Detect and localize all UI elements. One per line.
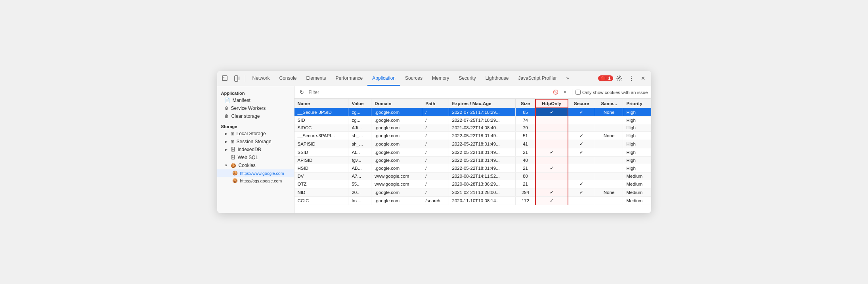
cell-expires: 2021-02-21T13:28:00...	[449, 188, 516, 197]
top-toolbar: Network Console Elements Performance App…	[217, 71, 651, 86]
cell-expires: 2022-07-25T17:18:29...	[449, 117, 516, 124]
cell-path: /	[422, 180, 449, 188]
cell-expires: 2020-08-22T14:11:52...	[449, 173, 516, 180]
sidebar-item-clear-storage[interactable]: 🗑 Clear storage	[217, 112, 294, 120]
show-issues-checkbox-label[interactable]: Only show cookies with an issue	[575, 90, 648, 95]
cell-path: /	[422, 188, 449, 197]
cell-value: sh_...	[348, 140, 371, 148]
cell-name: DV	[294, 173, 348, 180]
table-row[interactable]: APISIDfgv....google.com/2022-05-22T18:01…	[294, 157, 651, 164]
cell-samesite	[595, 173, 623, 180]
cell-domain: .google.com	[371, 117, 422, 124]
tab-lighthouse[interactable]: Lighthouse	[481, 71, 514, 86]
cell-expires: 2022-05-22T18:01:49...	[449, 140, 516, 148]
cell-size: 41	[516, 140, 535, 148]
cell-secure: ✓	[568, 132, 595, 140]
cell-httponly: ✓	[535, 148, 568, 157]
close-devtools-button[interactable]: ✕	[638, 73, 649, 84]
cell-path: /	[422, 108, 449, 117]
cell-samesite: None	[595, 188, 623, 197]
cell-size: 21	[516, 148, 535, 157]
tab-application[interactable]: Application	[367, 71, 400, 86]
indexeddb-icon: 🗄	[231, 147, 235, 152]
table-row[interactable]: SSIDAt....google.com/2022-05-22T18:01:49…	[294, 148, 651, 157]
table-row[interactable]: CGIClnx....google.com/search2020-11-10T1…	[294, 197, 651, 205]
sidebar-item-local-storage[interactable]: ▶ ⊞ Local Storage	[217, 130, 294, 138]
cell-value: At...	[348, 148, 371, 157]
cell-samesite	[595, 157, 623, 164]
tab-more[interactable]: »	[562, 71, 574, 86]
cell-secure	[568, 164, 595, 173]
cell-expires: 2022-07-25T17:18:29...	[449, 108, 516, 117]
sidebar-item-session-storage[interactable]: ▶ ⊞ Session Storage	[217, 138, 294, 146]
sidebar-item-manifest[interactable]: 📄 Manifest	[217, 96, 294, 104]
table-row[interactable]: SIDzg....google.com/2022-07-25T17:18:29.…	[294, 117, 651, 124]
cell-value: fgv...	[348, 157, 371, 164]
table-header-row: Name Value Domain Path Expires / Max-Age…	[294, 99, 651, 108]
cell-domain: .google.com	[371, 140, 422, 148]
cell-secure: ✓	[568, 180, 595, 188]
cookies-table-wrap[interactable]: Name Value Domain Path Expires / Max-Age…	[294, 99, 651, 213]
filter-input[interactable]	[309, 90, 550, 95]
cell-secure: ✓	[568, 148, 595, 157]
show-issues-checkbox[interactable]	[575, 90, 581, 95]
sidebar-item-cookies-section[interactable]: ▼ 🍪 Cookies	[217, 161, 294, 169]
cell-domain: www.google.com	[371, 173, 422, 180]
cell-size: 21	[516, 164, 535, 173]
cell-secure: ✓	[568, 188, 595, 197]
filter-clear-button[interactable]: ✕	[562, 89, 569, 96]
cell-path: /	[422, 157, 449, 164]
cell-priority: High	[623, 132, 651, 140]
table-row[interactable]: __Secure-3PSIDzg....google.com/2022-07-2…	[294, 108, 651, 117]
cell-value: 55...	[348, 180, 371, 188]
clear-storage-icon: 🗑	[224, 113, 229, 119]
cookies-icon: 🍪	[232, 171, 238, 176]
refresh-button[interactable]: ↻	[298, 88, 306, 97]
sidebar-item-web-sql[interactable]: ▶ 🗄 Web SQL	[217, 154, 294, 161]
svg-rect-1	[235, 76, 238, 81]
cell-priority: Medium	[623, 180, 651, 188]
tab-performance[interactable]: Performance	[331, 71, 368, 86]
table-row[interactable]: OTZ55...www.google.com/2020-08-28T13:36:…	[294, 180, 651, 188]
more-options-button[interactable]: ⋮	[626, 73, 637, 84]
cell-priority: High	[623, 164, 651, 173]
filter-bar: ↻ 🚫 ✕ Only show cookies with an issue	[294, 86, 651, 99]
table-row[interactable]: SIDCCAJi....google.com/2021-08-22T14:08:…	[294, 124, 651, 132]
tab-memory[interactable]: Memory	[427, 71, 454, 86]
tab-sources[interactable]: Sources	[400, 71, 427, 86]
col-header-priority: Priority	[623, 99, 651, 108]
svg-rect-2	[239, 77, 239, 80]
col-header-expires: Expires / Max-Age	[449, 99, 516, 108]
cell-value: sh_...	[348, 132, 371, 140]
table-row[interactable]: __Secure-3PAPI...sh_....google.com/2022-…	[294, 132, 651, 140]
table-row[interactable]: SAPISIDsh_....google.com/2022-05-22T18:0…	[294, 140, 651, 148]
sidebar-item-ogs-cookies[interactable]: 🍪 https://ogs.google.com	[217, 177, 294, 184]
sidebar-item-google-cookies[interactable]: 🍪 https://www.google.com	[217, 169, 294, 177]
tree-toggle-icon: ▶	[224, 132, 228, 136]
sidebar-item-indexeddb[interactable]: ▶ 🗄 IndexedDB	[217, 146, 294, 154]
tab-js-profiler[interactable]: JavaScript Profiler	[513, 71, 561, 86]
device-toolbar-button[interactable]	[231, 73, 243, 84]
filter-blocked-button[interactable]: 🚫	[552, 89, 559, 96]
cell-secure	[568, 117, 595, 124]
cell-httponly: ✓	[535, 188, 568, 197]
inspect-element-button[interactable]	[220, 73, 231, 84]
col-header-name: Name	[294, 99, 348, 108]
settings-button[interactable]	[614, 73, 625, 84]
cell-size: 21	[516, 180, 535, 188]
cell-size: 172	[516, 197, 535, 205]
table-row[interactable]: NID20....google.com/2021-02-21T13:28:00.…	[294, 188, 651, 197]
table-row[interactable]: DVA7...www.google.com/2020-08-22T14:11:5…	[294, 173, 651, 180]
cell-value: zg...	[348, 117, 371, 124]
sidebar-item-service-workers[interactable]: ⚙ Service Workers	[217, 104, 294, 112]
col-header-domain: Domain	[371, 99, 422, 108]
col-header-size: Size	[516, 99, 535, 108]
table-row[interactable]: HSIDAB....google.com/2022-05-22T18:01:49…	[294, 164, 651, 173]
cell-path: /	[422, 148, 449, 157]
tab-security[interactable]: Security	[454, 71, 480, 86]
tab-console[interactable]: Console	[275, 71, 302, 86]
tab-elements[interactable]: Elements	[302, 71, 331, 86]
cell-secure	[568, 124, 595, 132]
tab-network[interactable]: Network	[248, 71, 275, 86]
cell-domain: .google.com	[371, 108, 422, 117]
